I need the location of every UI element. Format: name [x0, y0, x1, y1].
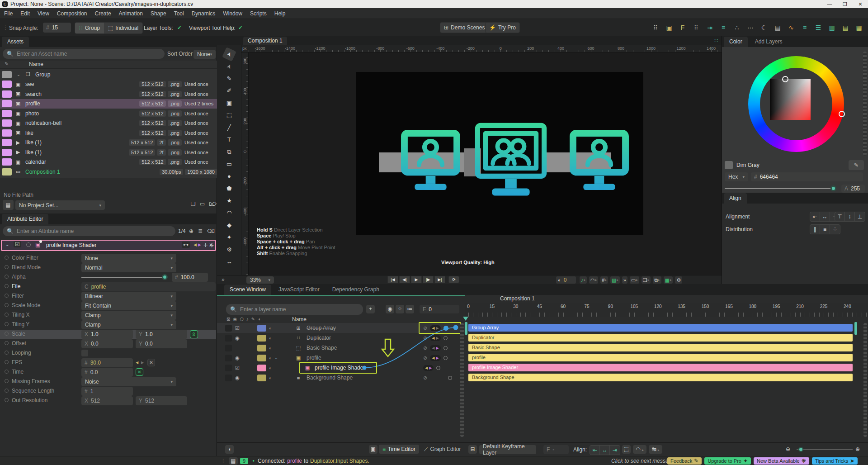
stepper-left-icon[interactable]: ◀: [136, 361, 138, 365]
layer-tools-check-icon[interactable]: ✓: [177, 24, 182, 31]
toolbar-icon[interactable]: F: [678, 22, 687, 33]
saturation-value-box[interactable]: [770, 79, 811, 120]
offset-y-field[interactable]: Y0.0: [136, 339, 187, 348]
tag-icon[interactable]: ◖: [269, 356, 271, 361]
chevron-down-icon[interactable]: ⌄: [273, 356, 279, 360]
keyframe-right-icon[interactable]: ▶: [436, 346, 439, 350]
connection-circle[interactable]: [436, 366, 440, 370]
asset-color-swatch[interactable]: [2, 158, 12, 166]
layer-color-swatch[interactable]: [257, 335, 266, 342]
connect-dot[interactable]: [5, 322, 9, 326]
connect-dot[interactable]: [5, 360, 9, 364]
header-icon[interactable]: ♪: [246, 317, 249, 322]
layer-name-header[interactable]: Name: [292, 316, 307, 323]
time-editor-button[interactable]: ≡ Time Editor: [379, 445, 419, 454]
keyframe-left-icon[interactable]: ◀: [432, 356, 434, 360]
visibility-eye-icon[interactable]: ◉: [234, 355, 241, 361]
menu-item[interactable]: Composition: [57, 10, 87, 17]
asset-search-input[interactable]: 🔍 Enter an Asset name: [3, 49, 165, 59]
hex-input[interactable]: #646464: [751, 172, 863, 181]
remove-connection-button[interactable]: ✕: [147, 359, 155, 366]
header-icon[interactable]: ✎: [251, 317, 255, 322]
tool-button[interactable]: ➤: [222, 59, 236, 74]
tag-icon[interactable]: ◖: [269, 365, 271, 370]
tool-button[interactable]: ●: [224, 171, 235, 182]
close-button[interactable]: ✕: [853, 0, 868, 8]
missing-frames-dropdown[interactable]: Noise▾: [81, 377, 176, 386]
align-vertical-button[interactable]: ↕: [845, 212, 855, 221]
out-resolution-y-field[interactable]: Y512: [136, 396, 187, 405]
frame-field[interactable]: F-: [543, 445, 569, 454]
asset-row[interactable]: ▶ like (1) 512 x 512 2f .png Used once: [0, 138, 217, 148]
layer-row-basic-shape[interactable]: ◖ ⬚ Basic Shape ⊘ ◀▶: [217, 343, 465, 353]
keyframe-align-button[interactable]: ⇤: [590, 446, 600, 455]
eyedropper-button[interactable]: ✎: [849, 160, 864, 170]
asset-row[interactable]: ▣ profile 512 x 512 .png Used 2 times: [0, 99, 217, 109]
trash-icon[interactable]: ⌦: [209, 201, 217, 207]
tool-button[interactable]: ➤: [222, 47, 236, 62]
panel-toggle-button[interactable]: ▣: [369, 445, 377, 454]
toolbar-icon[interactable]: ☰: [814, 22, 823, 33]
offset-x-field[interactable]: X0.0: [81, 339, 133, 348]
close-icon[interactable]: ✕: [209, 242, 213, 248]
keyframe-left-icon[interactable]: ◀: [193, 242, 197, 247]
alpha-field[interactable]: A255: [841, 185, 865, 193]
group-mode-button[interactable]: ∷ Group: [75, 23, 104, 33]
menu-item[interactable]: Animation: [119, 10, 143, 17]
fps-field[interactable]: #30.0: [81, 358, 133, 367]
menu-item[interactable]: Edit: [20, 10, 30, 17]
enabled-check-icon[interactable]: ☑: [234, 365, 241, 371]
time-field[interactable]: #0.0: [81, 368, 133, 377]
tab-javascript-editor[interactable]: JavaScript Editor: [273, 285, 325, 295]
toolbar-icon[interactable]: ∴: [732, 22, 741, 33]
keyframe-right-icon[interactable]: ▶: [436, 356, 439, 360]
status-badge[interactable]: Upgrade to Pro✦: [704, 457, 751, 465]
tool-button[interactable]: ⬚: [224, 110, 235, 121]
connect-dot[interactable]: [5, 275, 9, 279]
distribute-button[interactable]: ⁘: [830, 225, 840, 234]
menu-item[interactable]: Create: [95, 10, 111, 17]
layer-list-scrollbar[interactable]: [460, 323, 464, 437]
range-end-handle[interactable]: [854, 322, 857, 335]
menu-item[interactable]: Dynamics: [192, 10, 216, 17]
lock-cell[interactable]: [225, 375, 232, 381]
scale-y-field[interactable]: Y1.0: [136, 330, 187, 339]
tool-button[interactable]: ╱: [224, 122, 235, 133]
no-render-icon[interactable]: ⊘: [423, 345, 427, 351]
folder-icon[interactable]: ❒: [191, 201, 196, 207]
hue-handle[interactable]: [839, 111, 845, 117]
alpha-slider[interactable]: [81, 277, 165, 278]
toolbar-icon[interactable]: ⇥: [705, 22, 714, 33]
add-layer-button[interactable]: +: [366, 305, 375, 313]
layer-color-swatch[interactable]: [257, 325, 266, 332]
connect-dot[interactable]: [5, 398, 9, 402]
viewport-option-button[interactable]: # ▸: [600, 276, 608, 284]
alpha-value-field[interactable]: #100.0: [172, 273, 208, 282]
layer-color-swatch[interactable]: [257, 365, 266, 371]
keyframe-layer-dropdown[interactable]: Default Keyframe Layer: [479, 445, 536, 454]
asset-color-swatch[interactable]: [2, 71, 12, 78]
toolbar-icon[interactable]: ▤: [773, 22, 782, 33]
menu-item[interactable]: Help: [274, 10, 286, 17]
connection-circle[interactable]: [443, 356, 448, 360]
stepper-right-icon[interactable]: ▶: [141, 361, 144, 365]
header-icon[interactable]: ⊠: [226, 317, 230, 322]
viewport-option-button[interactable]: ♪ ▸: [580, 276, 587, 284]
tag-icon[interactable]: ◖: [269, 326, 271, 331]
connect-dot[interactable]: [5, 379, 9, 383]
timeline-bar[interactable]: profile Image Shader: [468, 364, 853, 371]
looping-checkbox[interactable]: [81, 350, 88, 356]
timeline-bar[interactable]: profile: [468, 354, 853, 361]
asset-color-swatch[interactable]: [2, 81, 12, 88]
box-select-button[interactable]: ⬚: [622, 445, 631, 454]
viewport-canvas[interactable]: Hold S Direct Layer Selection Space Play…: [249, 52, 722, 275]
current-color-swatch[interactable]: [725, 161, 733, 169]
header-icon[interactable]: ◖: [258, 317, 260, 322]
viewport-option-button[interactable]: ⚙: [675, 276, 682, 284]
clear-icon[interactable]: ⌫: [207, 228, 215, 234]
connect-dot[interactable]: [5, 313, 9, 317]
lock-cell[interactable]: [225, 345, 232, 351]
toolbar-icon[interactable]: ▥: [827, 22, 836, 33]
asset-row[interactable]: ▭ Composition 1 30.00fps 1920 x 1080: [0, 167, 217, 177]
asset-row[interactable]: ▣ see 512 x 512 .png Used once: [0, 80, 217, 90]
